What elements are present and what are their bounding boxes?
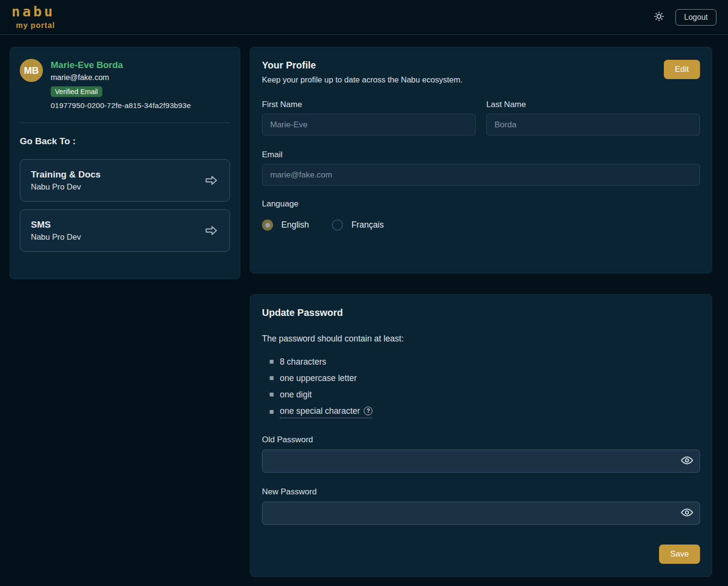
edit-button[interactable]: Edit [664,60,700,79]
requirement-item-special-character: one special character ? [262,403,700,421]
arrow-right-icon [204,173,219,188]
old-password-input-wrap [262,450,700,473]
go-back-link-title: Training & Docs [31,169,101,180]
sun-icon [653,11,665,24]
your-profile-subtitle: Keep your profile up to date across the … [262,75,462,84]
header-actions: Logout [653,9,716,26]
update-password-title: Update Password [262,307,700,318]
requirement-item: one digit [262,386,700,403]
toggle-old-password-visibility-button[interactable] [681,454,693,468]
left-column: MB Marie-Eve Borda marie@fake.com Verifi… [10,47,240,279]
eye-icon [681,506,693,520]
app-header: nabu my portal Logout [0,0,728,35]
requirement-item: 8 characters [262,354,700,370]
logo-subtitle: my portal [16,22,55,29]
first-name-input[interactable] [262,114,476,136]
save-row: Save [262,545,700,564]
logout-button[interactable]: Logout [675,9,716,26]
go-back-link-subtitle: Nabu Pro Dev [31,182,101,191]
special-character-tooltip-trigger[interactable]: one special character ? [280,405,372,418]
update-password-card: Update Password The password should cont… [250,294,712,577]
go-back-link-text: SMS Nabu Pro Dev [31,219,81,242]
main-content: MB Marie-Eve Borda marie@fake.com Verifi… [0,35,728,586]
language-options: English Français [262,219,700,231]
go-back-link-subtitle: Nabu Pro Dev [31,232,81,242]
language-group: Language English Français [262,199,700,231]
verified-email-badge: Verified Email [51,86,102,97]
radio-selected-icon [262,219,273,231]
last-name-label: Last Name [486,100,700,109]
requirement-text: 8 characters [280,356,326,368]
old-password-input[interactable] [262,450,700,473]
email-label: Email [262,150,700,160]
email-group: Email [262,150,700,186]
language-option-english[interactable]: English [262,219,309,231]
right-column: Your Profile Keep your profile up to dat… [250,47,712,577]
go-back-link-training-docs[interactable]: Training & Docs Nabu Pro Dev [20,159,230,202]
avatar: MB [20,59,43,82]
save-button[interactable]: Save [659,545,700,564]
eye-icon [681,454,693,468]
first-name-label: First Name [262,100,476,109]
divider [20,123,230,123]
go-back-link-sms[interactable]: SMS Nabu Pro Dev [20,209,230,252]
last-name-input[interactable] [486,114,700,136]
logo-text: nabu [12,5,55,19]
requirement-item: one uppercase letter [262,370,700,386]
radio-dot [265,223,270,228]
new-password-group: New Password [262,487,700,525]
new-password-input-wrap [262,502,700,525]
theme-toggle-button[interactable] [653,11,665,24]
old-password-label: Old Password [262,435,700,445]
user-id: 01977950-0200-72fe-a815-34fa2f93b93e [51,101,191,110]
password-requirements-list: 8 characters one uppercase letter one di… [262,354,700,421]
bullet-square-icon [270,393,274,396]
new-password-label: New Password [262,487,700,497]
name-fields-row: First Name Last Name [262,100,700,136]
language-option-label: Français [351,220,384,230]
your-profile-header-text: Your Profile Keep your profile up to dat… [262,60,462,84]
your-profile-header: Your Profile Keep your profile up to dat… [262,60,700,84]
old-password-group: Old Password [262,435,700,473]
bullet-square-icon [270,376,274,380]
profile-identity: MB Marie-Eve Borda marie@fake.com Verifi… [20,59,230,110]
go-back-link-title: SMS [31,219,81,230]
radio-unselected-icon [332,219,343,231]
help-circle-icon: ? [364,407,372,415]
bullet-square-icon [270,360,274,364]
requirement-text: one uppercase letter [280,372,357,384]
new-password-input[interactable] [262,502,700,525]
requirement-text: one special character [280,405,360,417]
logo: nabu my portal [12,5,55,29]
first-name-group: First Name [262,100,476,136]
password-requirements-intro: The password should contain at least: [262,334,700,344]
your-profile-card: Your Profile Keep your profile up to dat… [250,47,712,273]
your-profile-title: Your Profile [262,60,462,71]
toggle-new-password-visibility-button[interactable] [681,506,693,520]
profile-summary-card: MB Marie-Eve Borda marie@fake.com Verifi… [10,47,240,279]
user-email: marie@fake.com [51,73,191,82]
requirement-text: one digit [280,389,312,400]
profile-identity-text: Marie-Eve Borda marie@fake.com Verified … [51,59,191,110]
arrow-right-icon [204,223,219,238]
go-back-link-text: Training & Docs Nabu Pro Dev [31,169,101,191]
last-name-group: Last Name [486,100,700,136]
language-option-francais[interactable]: Français [332,219,384,231]
user-name: Marie-Eve Borda [51,60,191,70]
go-back-heading: Go Back To : [20,136,230,147]
bullet-square-icon [270,410,274,414]
language-label: Language [262,199,700,209]
email-input[interactable] [262,164,700,186]
language-option-label: English [281,220,309,230]
